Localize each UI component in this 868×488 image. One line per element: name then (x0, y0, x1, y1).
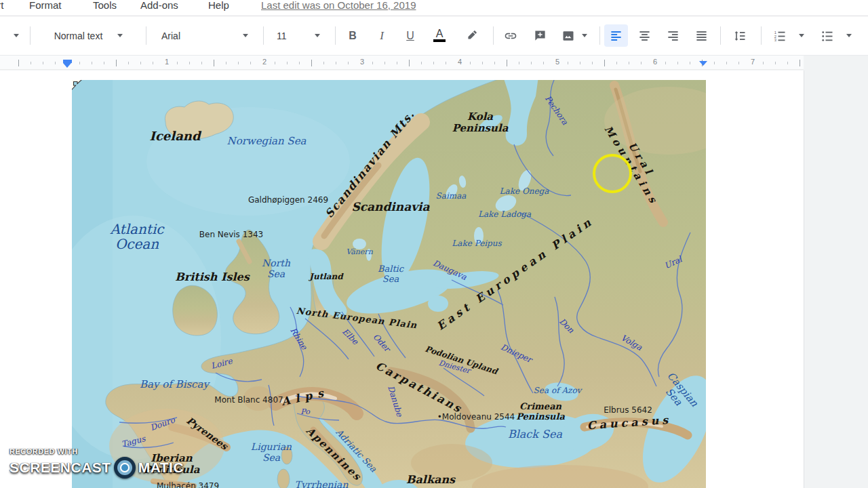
map-label-british-isles: British Isles (175, 271, 249, 283)
bulleted-list-button[interactable] (815, 16, 840, 55)
menu-addons[interactable]: Add-ons (140, 0, 178, 14)
ruler-tick (397, 62, 397, 64)
toolbar: Normal text Arial 11 B I U A (0, 16, 868, 55)
map-label-dnieper: Dnieper (499, 343, 533, 365)
google-docs-window: Insert Format Tools Add-ons Help Last ed… (0, 0, 868, 488)
map-labels-layer: IcelandNorwegian SeaScandinavian Mts.Gal… (72, 80, 706, 488)
image-icon (561, 29, 575, 43)
map-label-baltic-sea: Baltic Sea (378, 264, 403, 284)
line-spacing-button[interactable] (728, 16, 752, 55)
bulleted-list-dropdown[interactable] (844, 16, 854, 55)
text-color-swatch (433, 39, 446, 42)
underline-button[interactable]: U (399, 16, 422, 55)
numbered-list-button[interactable]: 123 (768, 16, 792, 55)
line-spacing-icon (733, 29, 747, 43)
map-label-alps: Alps (281, 386, 330, 408)
separator (30, 26, 31, 45)
ruler-tick (323, 62, 324, 64)
decrease-indent-button[interactable] (861, 16, 868, 55)
ruler-tick (43, 62, 43, 64)
ruler-tick (384, 62, 385, 64)
italic-button[interactable]: I (370, 16, 393, 55)
map-label-elbrus-5642: Elbrus 5642 (604, 406, 652, 415)
map-label-north-european-plain: North European Plain (296, 306, 418, 331)
right-indent-marker[interactable] (699, 61, 707, 66)
font-selector[interactable]: Arial (157, 16, 252, 55)
text-color-button[interactable]: A (428, 16, 451, 55)
ruler-tick (140, 62, 141, 64)
ruler-tick (604, 60, 605, 66)
insert-link-button[interactable] (499, 16, 522, 55)
ruler-tick (250, 62, 251, 64)
last-edit-link[interactable]: Last edit was on October 16, 2019 (261, 0, 416, 14)
ruler-tick (787, 62, 788, 64)
ruler-tick (592, 62, 593, 64)
left-indent-marker[interactable] (63, 60, 72, 68)
map-label-mulhac-n-3479: Mulhacén 3479 (157, 482, 219, 488)
align-right-icon (667, 29, 679, 42)
map-label-ligurian-sea: Ligurian Sea (251, 442, 292, 463)
ruler-tick (409, 60, 410, 66)
map-label-pyrenees: Pyrenees (184, 415, 230, 452)
menu-tools[interactable]: Tools (93, 0, 117, 14)
separator (720, 26, 721, 45)
align-left-button[interactable] (604, 16, 628, 55)
ruler-tick (348, 62, 349, 64)
document-canvas-margin (804, 70, 868, 488)
map-label-mont-blanc-4807: Mont Blanc 4807 (214, 396, 283, 405)
ruler-tick (153, 62, 153, 64)
separator (146, 26, 146, 45)
map-label-ben-nevis-1343: Ben Nevis 1343 (199, 230, 263, 239)
ruler-tick (433, 62, 434, 64)
map-label-v-nern: Vänern (346, 248, 372, 256)
menu-help[interactable]: Help (208, 0, 229, 14)
ruler-tick (665, 62, 666, 64)
align-right-button[interactable] (661, 16, 684, 55)
separator (263, 26, 264, 45)
map-label-lake-ladoga: Lake Ladoga (478, 210, 531, 219)
highlight-color-button[interactable] (460, 16, 483, 55)
ruler-tick (543, 62, 544, 64)
ruler-tick (31, 62, 31, 64)
chevron-down-icon (799, 34, 804, 37)
ruler-tick (275, 62, 275, 64)
bold-button[interactable]: B (341, 16, 364, 55)
ruler-tick (580, 62, 580, 64)
align-center-button[interactable] (633, 16, 656, 55)
add-comment-button[interactable] (528, 16, 551, 55)
map-label-elbe: Elbe (340, 327, 360, 347)
ruler-tick (55, 62, 56, 64)
ruler-tick (238, 62, 239, 64)
ruler-tick (507, 60, 507, 66)
map-label-tyrrhenian: Tyrrhenian (295, 480, 349, 488)
ruler-tick (690, 62, 690, 64)
map-label-saimaa: Saimaa (436, 192, 467, 201)
image-options-dropdown[interactable] (579, 16, 590, 55)
map-label-don: Don (557, 317, 576, 336)
font-size-selector[interactable]: 11 (273, 16, 324, 55)
map-label-lake-onega: Lake Onega (500, 187, 549, 196)
insert-image-button[interactable] (557, 16, 580, 55)
map-label-pechora: Pechora (542, 94, 569, 127)
justify-button[interactable] (690, 16, 713, 55)
toolbar-overflow-button[interactable] (9, 16, 23, 55)
map-label-loire: Loire (210, 357, 233, 371)
separator (599, 26, 600, 45)
separator (335, 26, 336, 45)
map-label-caspian-sea: Caspian Sea (656, 370, 700, 416)
chevron-down-icon (315, 34, 320, 37)
ruler-tick (299, 62, 300, 64)
menu-insert[interactable]: Insert (0, 0, 4, 14)
numbered-list-dropdown[interactable] (796, 16, 807, 55)
europe-map-image[interactable]: IcelandNorwegian SeaScandinavian Mts.Gal… (72, 80, 706, 488)
ruler-tick (287, 62, 288, 64)
menu-format[interactable]: Format (29, 0, 62, 14)
document-page[interactable]: IcelandNorwegian SeaScandinavian Mts.Gal… (0, 70, 804, 488)
ruler-tick (79, 62, 80, 64)
map-label-norwegian-sea: Norwegian Sea (227, 136, 307, 147)
ruler-tick (531, 62, 532, 64)
paragraph-style-selector[interactable]: Normal text (39, 16, 138, 55)
cursor-halo (593, 154, 632, 193)
map-label-oder: Oder (371, 332, 391, 354)
justify-icon (695, 29, 708, 42)
